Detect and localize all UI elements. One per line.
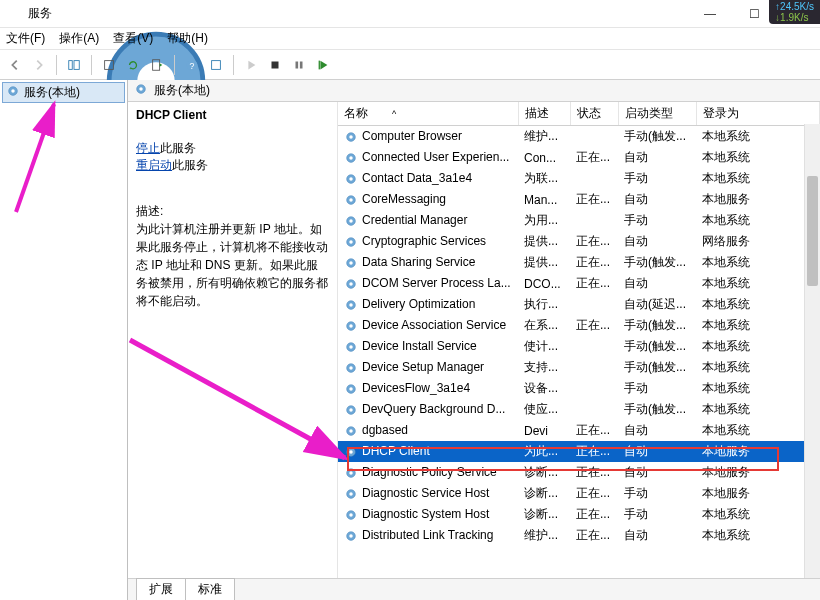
- col-desc[interactable]: 描述: [518, 102, 570, 126]
- col-logon[interactable]: 登录为: [696, 102, 820, 126]
- help-button[interactable]: ?: [181, 54, 203, 76]
- minimize-button[interactable]: —: [688, 0, 732, 28]
- service-row[interactable]: Credential Manager为用...手动本地系统: [338, 210, 820, 231]
- start-service-button[interactable]: [240, 54, 262, 76]
- col-start[interactable]: 启动类型: [618, 102, 696, 126]
- extra-button[interactable]: [205, 54, 227, 76]
- svg-rect-12: [319, 60, 320, 69]
- tree-node-services-local[interactable]: 服务(本地): [2, 82, 125, 103]
- service-row[interactable]: DCOM Server Process La...DCO...正在...自动本地…: [338, 273, 820, 294]
- svg-rect-2: [69, 60, 73, 69]
- menu-view[interactable]: 查看(V): [113, 30, 153, 47]
- window-title: 服务: [28, 5, 688, 22]
- vertical-scrollbar[interactable]: [804, 124, 820, 578]
- gear-icon: [344, 130, 358, 144]
- refresh-button[interactable]: [122, 54, 144, 76]
- service-row[interactable]: Connected User Experien...Con...正在...自动本…: [338, 147, 820, 168]
- svg-rect-4: [105, 60, 114, 69]
- service-row[interactable]: Cryptographic Services提供...正在...自动网络服务: [338, 231, 820, 252]
- svg-text:?: ?: [190, 60, 195, 70]
- gear-icon: [344, 193, 358, 207]
- tree-node-label: 服务(本地): [24, 84, 80, 101]
- svg-rect-8: [212, 60, 221, 69]
- service-row[interactable]: Delivery Optimization执行...自动(延迟...本地系统: [338, 294, 820, 315]
- gear-icon: [344, 256, 358, 270]
- gear-icon: [134, 82, 148, 99]
- service-row[interactable]: Diagnostic Policy Service诊断...正在...自动本地服…: [338, 462, 820, 483]
- menu-file[interactable]: 文件(F): [6, 30, 45, 47]
- gear-icon: [344, 424, 358, 438]
- service-row[interactable]: Data Sharing Service提供...正在...手动(触发...本地…: [338, 252, 820, 273]
- properties-button[interactable]: [98, 54, 120, 76]
- service-row[interactable]: Diagnostic Service Host诊断...正在...手动本地服务: [338, 483, 820, 504]
- gear-icon: [344, 340, 358, 354]
- service-row[interactable]: CoreMessagingMan...正在...自动本地服务: [338, 189, 820, 210]
- gear-icon: [344, 214, 358, 228]
- stop-service-button[interactable]: [264, 54, 286, 76]
- service-row[interactable]: Device Setup Manager支持...手动(触发...本地系统: [338, 357, 820, 378]
- export-button[interactable]: [146, 54, 168, 76]
- gear-icon: [344, 172, 358, 186]
- gear-icon: [344, 151, 358, 165]
- app-icon: [6, 6, 22, 22]
- service-row[interactable]: dgbasedDevi正在...自动本地系统: [338, 420, 820, 441]
- description-label: 描述:: [136, 202, 329, 220]
- gear-icon: [344, 277, 358, 291]
- menu-bar: 文件(F) 操作(A) 查看(V) 帮助(H): [0, 28, 820, 50]
- restart-service-button[interactable]: [312, 54, 334, 76]
- service-row[interactable]: Distributed Link Tracking维护...正在...自动本地系…: [338, 525, 820, 546]
- pause-service-button[interactable]: [288, 54, 310, 76]
- pane-header: 服务(本地): [128, 80, 820, 102]
- gear-icon: [344, 487, 358, 501]
- gear-icon: [344, 298, 358, 312]
- svg-rect-5: [153, 59, 160, 70]
- tab-standard[interactable]: 标准: [185, 578, 235, 600]
- selected-service-name: DHCP Client: [136, 108, 329, 122]
- network-speed-overlay: ↑24.5K/s ↓1.9K/s: [769, 0, 820, 24]
- gear-icon: [344, 529, 358, 543]
- menu-action[interactable]: 操作(A): [59, 30, 99, 47]
- gear-icon: [344, 466, 358, 480]
- gear-icon: [344, 445, 358, 459]
- svg-rect-3: [74, 60, 79, 69]
- service-row[interactable]: Device Install Service使计...手动(触发...本地系统: [338, 336, 820, 357]
- col-name[interactable]: 名称^: [338, 102, 518, 126]
- svg-rect-9: [272, 61, 279, 68]
- svg-rect-10: [296, 61, 299, 68]
- service-row[interactable]: DevicesFlow_3a1e4设备...手动本地系统: [338, 378, 820, 399]
- gear-icon: [6, 84, 20, 101]
- gear-icon: [344, 382, 358, 396]
- service-row[interactable]: Computer Browser维护...手动(触发...本地系统: [338, 126, 820, 148]
- gear-icon: [344, 508, 358, 522]
- menu-help[interactable]: 帮助(H): [167, 30, 208, 47]
- gear-icon: [344, 403, 358, 417]
- col-status[interactable]: 状态: [570, 102, 618, 126]
- forward-button[interactable]: [28, 54, 50, 76]
- service-row[interactable]: Device Association Service在系...正在...手动(触…: [338, 315, 820, 336]
- restart-link[interactable]: 重启动: [136, 157, 172, 174]
- gear-icon: [344, 361, 358, 375]
- service-row[interactable]: Diagnostic System Host诊断...正在...手动本地系统: [338, 504, 820, 525]
- gear-icon: [344, 319, 358, 333]
- service-row[interactable]: Contact Data_3a1e4为联...手动本地系统: [338, 168, 820, 189]
- gear-icon: [344, 235, 358, 249]
- back-button[interactable]: [4, 54, 26, 76]
- service-row[interactable]: DevQuery Background D...使应...手动(触发...本地系…: [338, 399, 820, 420]
- service-row[interactable]: DHCP Client为此...正在...自动本地服务: [338, 441, 820, 462]
- svg-rect-11: [300, 61, 303, 68]
- stop-link[interactable]: 停止: [136, 140, 160, 157]
- tab-extended[interactable]: 扩展: [136, 578, 186, 600]
- show-hide-tree-button[interactable]: [63, 54, 85, 76]
- description-text: 为此计算机注册并更新 IP 地址。如果此服务停止，计算机将不能接收动态 IP 地…: [136, 220, 329, 310]
